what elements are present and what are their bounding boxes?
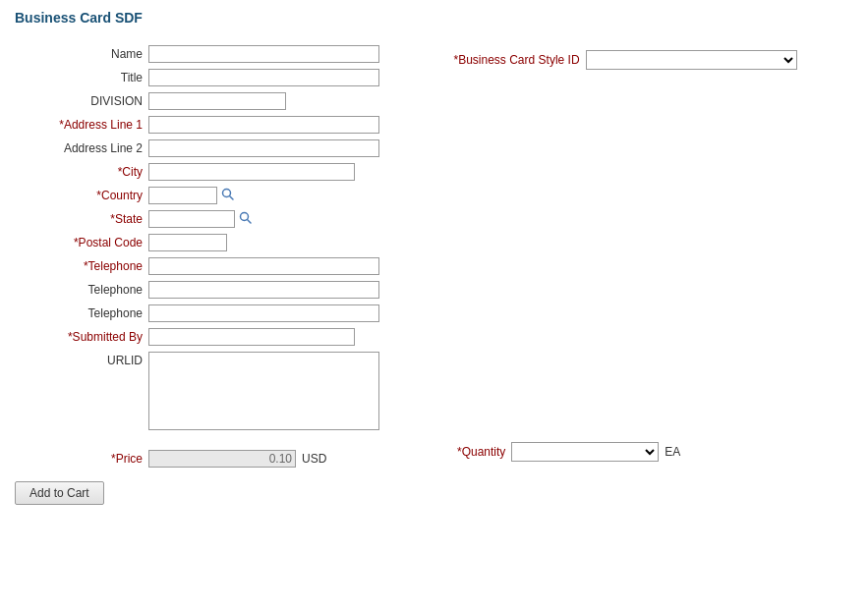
currency-label: USD bbox=[302, 452, 326, 466]
telephone2-input[interactable] bbox=[148, 281, 379, 299]
country-input[interactable] bbox=[148, 187, 217, 204]
address2-row: Address Line 2 bbox=[15, 139, 415, 157]
country-row: *Country bbox=[15, 187, 415, 204]
bottom-section: *Price USD bbox=[15, 450, 415, 468]
submitted-by-input[interactable] bbox=[148, 328, 355, 346]
price-row: *Price USD bbox=[15, 450, 326, 468]
urlid-textarea[interactable] bbox=[148, 352, 379, 430]
address1-row: *Address Line 1 bbox=[15, 116, 415, 134]
telephone2-row: Telephone bbox=[15, 281, 415, 299]
right-form-section: *Business Card Style ID bbox=[454, 45, 854, 468]
style-id-select[interactable] bbox=[586, 50, 797, 70]
add-to-cart-button[interactable]: Add to Cart bbox=[15, 481, 104, 505]
urlid-row: URLID bbox=[15, 352, 415, 430]
submitted-by-row: *Submitted By bbox=[15, 328, 415, 346]
country-search-icon[interactable] bbox=[220, 187, 238, 204]
telephone1-label: *Telephone bbox=[15, 259, 143, 273]
state-row: *State bbox=[15, 210, 415, 228]
telephone3-label: Telephone bbox=[15, 306, 143, 320]
svg-line-1 bbox=[230, 196, 234, 200]
add-to-cart-section: Add to Cart bbox=[15, 481, 853, 505]
telephone3-row: Telephone bbox=[15, 304, 415, 322]
division-label: DIVISION bbox=[15, 94, 143, 108]
postal-row: *Postal Code bbox=[15, 234, 415, 251]
address1-input[interactable] bbox=[148, 116, 379, 134]
price-label: *Price bbox=[15, 452, 143, 466]
telephone3-input[interactable] bbox=[148, 304, 379, 322]
title-row: Title bbox=[15, 69, 415, 86]
submitted-by-label: *Submitted By bbox=[15, 330, 143, 344]
address2-input[interactable] bbox=[148, 139, 379, 157]
quantity-label: *Quantity bbox=[457, 445, 505, 459]
urlid-label: URLID bbox=[15, 354, 143, 367]
division-row: DIVISION bbox=[15, 92, 415, 110]
state-input[interactable] bbox=[148, 210, 235, 228]
telephone1-row: *Telephone bbox=[15, 257, 415, 275]
city-row: *City bbox=[15, 163, 415, 181]
postal-input[interactable] bbox=[148, 234, 227, 251]
name-input[interactable] bbox=[148, 45, 379, 63]
page-title: Business Card SDF bbox=[15, 10, 853, 26]
address2-label: Address Line 2 bbox=[15, 141, 143, 155]
postal-label: *Postal Code bbox=[15, 236, 143, 249]
svg-line-3 bbox=[248, 220, 252, 224]
telephone1-input[interactable] bbox=[148, 257, 379, 275]
address1-label: *Address Line 1 bbox=[15, 118, 143, 132]
quantity-select[interactable] bbox=[511, 442, 659, 462]
name-label: Name bbox=[15, 47, 143, 61]
division-input[interactable] bbox=[148, 92, 286, 110]
state-label: *State bbox=[15, 212, 143, 226]
state-search-icon[interactable] bbox=[238, 210, 256, 228]
style-id-label: *Business Card Style ID bbox=[454, 53, 580, 67]
style-id-row: *Business Card Style ID bbox=[454, 50, 854, 70]
left-form-section: Name Title DIVISION *Address Line 1 Addr… bbox=[15, 45, 415, 468]
city-input[interactable] bbox=[148, 163, 355, 181]
title-input[interactable] bbox=[148, 69, 379, 86]
telephone2-label: Telephone bbox=[15, 283, 143, 297]
country-label: *Country bbox=[15, 189, 143, 202]
title-label: Title bbox=[15, 71, 143, 84]
city-label: *City bbox=[15, 165, 143, 179]
name-row: Name bbox=[15, 45, 415, 63]
price-input[interactable] bbox=[148, 450, 296, 468]
unit-label: EA bbox=[665, 445, 680, 459]
